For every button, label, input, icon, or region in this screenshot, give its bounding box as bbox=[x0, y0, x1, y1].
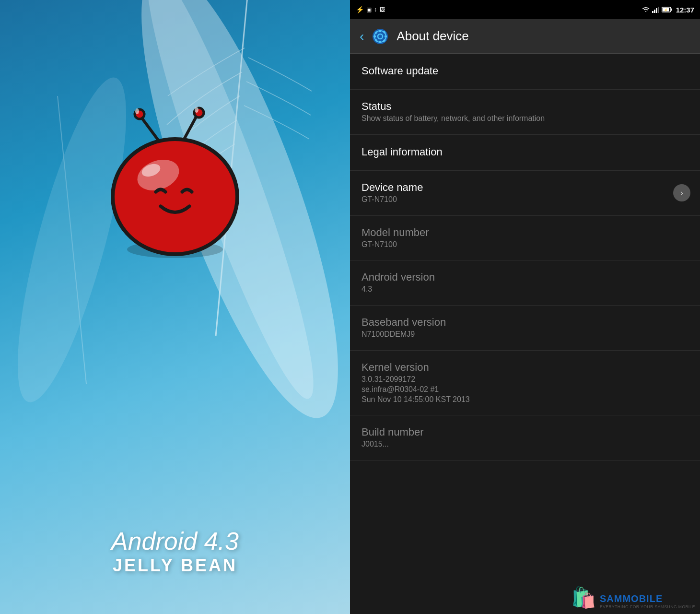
legal-information-title: Legal information bbox=[362, 146, 688, 158]
transfer-icon: ↕ bbox=[374, 6, 377, 13]
usb-icon: ⚡ bbox=[356, 6, 364, 13]
status-item[interactable]: Status Show status of battery, network, … bbox=[350, 90, 700, 135]
watermark-bag-icon: 🛍️ bbox=[571, 586, 596, 609]
version-label: Android 4.3 bbox=[111, 527, 239, 555]
settings-gear-icon bbox=[372, 28, 389, 45]
model-number-item: Model number GT-N7100 bbox=[350, 216, 700, 261]
battery-icon: ⚡ bbox=[662, 7, 672, 12]
svg-rect-18 bbox=[656, 8, 657, 13]
svg-rect-27 bbox=[379, 30, 381, 32]
baseband-version-title: Baseband version bbox=[362, 316, 688, 329]
model-number-title: Model number bbox=[362, 226, 688, 239]
page-title: About device bbox=[397, 29, 468, 44]
wifi-icon bbox=[642, 6, 650, 13]
brand-name: SAMMOBILE bbox=[600, 593, 663, 604]
baseband-version-value: N7100DDEMJ9 bbox=[362, 330, 688, 340]
svg-rect-29 bbox=[373, 35, 376, 37]
brand-tagline: EVERYTHING FOR YOUR SAMSUNG MOBILE bbox=[600, 604, 695, 609]
device-name-item[interactable]: Device name GT-N7100 › bbox=[350, 171, 700, 216]
build-number-item: Build number J0015... bbox=[350, 415, 700, 460]
clock: 12:37 bbox=[676, 6, 694, 14]
page-header: ‹ About device bbox=[350, 19, 700, 54]
device-name-title: Device name bbox=[362, 181, 688, 194]
legal-information-item[interactable]: Legal information bbox=[350, 135, 700, 171]
status-bar-right-icons: ⚡ 12:37 bbox=[642, 6, 694, 14]
svg-line-10 bbox=[141, 118, 158, 140]
status-bar: ⚡ ▣ ↕ 🖼 bbox=[350, 0, 700, 19]
settings-list: Software update Status Show status of ba… bbox=[350, 54, 700, 614]
build-number-title: Build number bbox=[362, 426, 688, 438]
back-button[interactable]: ‹ bbox=[360, 29, 364, 44]
chevron-right-icon: › bbox=[673, 184, 690, 201]
model-number-value: GT-N7100 bbox=[362, 240, 688, 250]
build-number-value: J0015... bbox=[362, 439, 688, 449]
left-panel: Android 4.3 JELLY BEAN bbox=[0, 0, 350, 614]
kernel-version-value: 3.0.31-2099172 se.infra@R0304-02 #1 Sun … bbox=[362, 375, 688, 404]
software-update-title: Software update bbox=[362, 65, 688, 77]
svg-rect-22 bbox=[671, 9, 672, 11]
svg-rect-17 bbox=[654, 10, 655, 13]
svg-point-15 bbox=[195, 107, 198, 113]
android-version-text: Android 4.3 JELLY BEAN bbox=[111, 527, 239, 576]
feather-background bbox=[0, 0, 350, 614]
android-version-item: Android version 4.3 bbox=[350, 260, 700, 306]
device-name-value: GT-N7100 bbox=[362, 195, 688, 205]
svg-line-4 bbox=[58, 96, 86, 384]
software-update-item[interactable]: Software update bbox=[350, 54, 700, 90]
status-subtitle: Show status of battery, network, and oth… bbox=[362, 114, 688, 124]
jelly-bean-mascot bbox=[93, 96, 257, 259]
watermark-brand-text: SAMMOBILE EVERYTHING FOR YOUR SAMSUNG MO… bbox=[600, 593, 695, 609]
image-icon: 🖼 bbox=[379, 6, 385, 13]
svg-rect-28 bbox=[379, 41, 381, 43]
svg-point-12 bbox=[135, 108, 139, 114]
codename-label: JELLY BEAN bbox=[111, 555, 239, 576]
signal-icon bbox=[652, 6, 660, 13]
svg-rect-30 bbox=[385, 35, 387, 37]
baseband-version-item: Baseband version N7100DDEMJ9 bbox=[350, 306, 700, 351]
android-version-value: 4.3 bbox=[362, 284, 688, 295]
status-bar-left-icons: ⚡ ▣ ↕ 🖼 bbox=[356, 6, 639, 13]
right-panel-wrapper: ⚡ ▣ ↕ 🖼 bbox=[350, 0, 700, 614]
android-version-title: Android version bbox=[362, 271, 688, 283]
svg-line-13 bbox=[185, 116, 197, 138]
kernel-version-title: Kernel version bbox=[362, 361, 688, 374]
svg-text:⚡: ⚡ bbox=[664, 8, 668, 12]
kernel-version-item: Kernel version 3.0.31-2099172 se.infra@R… bbox=[350, 351, 700, 415]
status-title: Status bbox=[362, 100, 688, 113]
svg-rect-19 bbox=[658, 7, 659, 13]
watermark: 🛍️ SAMMOBILE EVERYTHING FOR YOUR SAMSUNG… bbox=[571, 586, 695, 609]
nfc-icon: ▣ bbox=[366, 6, 372, 13]
right-panel: ⚡ ▣ ↕ 🖼 bbox=[350, 0, 700, 614]
svg-rect-16 bbox=[652, 11, 653, 13]
